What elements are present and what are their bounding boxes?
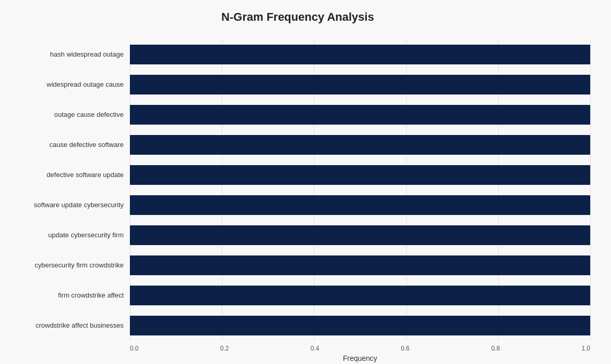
y-label-6: update cybersecurity firm: [48, 222, 124, 248]
bar-row-7: [130, 252, 590, 278]
bar-7: [130, 255, 590, 275]
x-tick-5: 1.0: [581, 345, 590, 352]
x-axis-label: Frequency: [130, 354, 590, 362]
y-label-0: hash widespread outage: [50, 42, 124, 68]
bar-row-4: [130, 162, 590, 188]
bar-1: [130, 75, 590, 95]
bar-row-2: [130, 102, 590, 128]
y-label-8: firm crowdstrike affect: [58, 282, 124, 308]
bar-3: [130, 135, 590, 155]
bar-row-1: [130, 72, 590, 98]
x-tick-1: 0.2: [220, 345, 229, 352]
y-label-4: defective software update: [47, 162, 124, 188]
bar-row-8: [130, 282, 590, 308]
bars-wrapper: [130, 39, 590, 341]
bar-0: [130, 45, 590, 64]
y-label-1: widespread outage cause: [47, 72, 124, 98]
bar-row-0: [130, 42, 590, 68]
bar-4: [130, 165, 590, 185]
bar-2: [130, 105, 590, 125]
y-label-2: outage cause defective: [54, 102, 124, 128]
bar-9: [130, 316, 590, 335]
bar-row-6: [130, 222, 590, 248]
bar-row-3: [130, 132, 590, 158]
y-label-9: crowdstrike affect businesses: [35, 313, 124, 339]
y-label-5: software update cybersecurity: [34, 192, 124, 218]
bar-6: [130, 225, 590, 245]
x-axis-wrapper: 0.00.20.40.60.81.0 Frequency: [130, 341, 590, 362]
x-tick-3: 0.6: [401, 345, 410, 352]
bar-8: [130, 286, 590, 305]
x-tick-4: 0.8: [491, 345, 500, 352]
bar-5: [130, 195, 590, 215]
bar-row-5: [130, 192, 590, 218]
x-axis: 0.00.20.40.60.81.0: [130, 341, 590, 352]
x-tick-0: 0.0: [130, 345, 139, 352]
grid-line-5: [590, 39, 591, 341]
bars-section: [130, 39, 590, 341]
chart-title: N-Gram Frequency Analysis: [5, 10, 590, 24]
bar-row-9: [130, 313, 590, 339]
y-label-3: cause defective software: [49, 132, 124, 158]
y-axis: hash widespread outagewidespread outage …: [5, 39, 130, 341]
chart-area: hash widespread outagewidespread outage …: [5, 39, 590, 341]
x-tick-2: 0.4: [311, 345, 320, 352]
y-label-7: cybersecurity firm crowdstrike: [35, 252, 124, 278]
chart-container: N-Gram Frequency Analysis hash widesprea…: [0, 0, 611, 364]
